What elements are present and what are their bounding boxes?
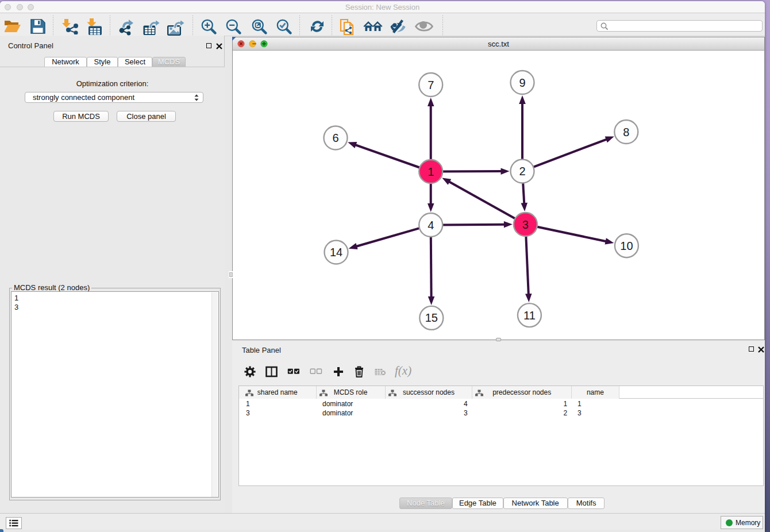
svg-text:10: 10 [620,240,633,252]
svg-text:14: 14 [330,246,342,259]
svg-text:3: 3 [522,218,529,231]
svg-text:8: 8 [623,126,629,138]
svg-text:11: 11 [523,309,536,322]
svg-text:15: 15 [425,311,438,324]
svg-text:7: 7 [428,79,434,91]
svg-text:1: 1 [428,165,434,178]
svg-text:4: 4 [428,219,434,232]
svg-text:9: 9 [519,76,525,89]
svg-text:6: 6 [332,132,338,144]
svg-text:2: 2 [519,165,525,178]
